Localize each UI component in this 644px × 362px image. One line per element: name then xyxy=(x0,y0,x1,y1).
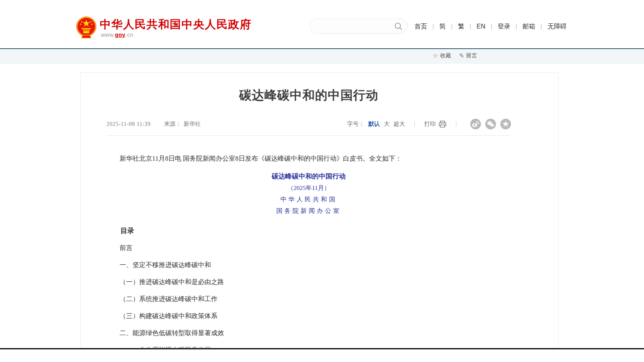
top-nav: 首页 简 繁 EN 登录 邮箱 无障碍 xyxy=(414,22,567,31)
article-meta-row: 2025-11-08 11:39 来源： 新华社 字号： 默认 大 超大 打印 xyxy=(106,119,511,129)
toc-item: （三）构建碳达峰碳中和政策体系 xyxy=(106,312,511,320)
site-url[interactable]: www.gov.cn xyxy=(101,32,133,38)
viewport-bottom-rule xyxy=(0,348,644,349)
fontsize-large-button[interactable]: 大 xyxy=(384,120,390,128)
meta-right: 字号： 默认 大 超大 打印 xyxy=(347,119,511,129)
document-date: （2025年11月） xyxy=(106,184,511,192)
article-card: 碳达峰碳中和的中国行动 2025-11-08 11:39 来源： 新华社 字号：… xyxy=(80,72,559,348)
print-button[interactable]: 打印 xyxy=(424,120,446,128)
nav-separator xyxy=(541,24,541,30)
favorite-label: 收藏 xyxy=(440,52,451,59)
print-label: 打印 xyxy=(424,120,436,128)
favorite-button[interactable]: ☆ 收藏 xyxy=(433,52,451,59)
weibo-icon[interactable] xyxy=(470,119,481,129)
lead-paragraph: 新华社北京11月8日电 国务院新闻办公室8日发布《碳达峰碳中和的中国行动》白皮书… xyxy=(106,154,511,163)
article-body: 新华社北京11月8日电 国务院新闻办公室8日发布《碳达峰碳中和的中国行动》白皮书… xyxy=(106,136,511,348)
national-emblem-icon xyxy=(75,16,97,40)
message-button[interactable]: ✎ 留言 xyxy=(459,52,477,59)
nav-home[interactable]: 首页 xyxy=(414,23,428,31)
search-box xyxy=(310,19,408,34)
search-icon[interactable] xyxy=(394,22,403,30)
nav-login[interactable]: 登录 xyxy=(497,23,511,31)
nav-simplified[interactable]: 简 xyxy=(439,23,446,31)
catalog-heading: 目录 xyxy=(106,226,511,235)
publish-date: 2025-11-08 11:39 xyxy=(106,121,150,127)
nav-traditional[interactable]: 繁 xyxy=(457,23,465,31)
document-title: 碳达峰碳中和的中国行动 xyxy=(106,172,511,180)
toc-item: （一）推进碳达峰碳中和是必由之路 xyxy=(106,278,511,286)
fontsize-default-button[interactable]: 默认 xyxy=(369,120,380,128)
qzone-star-icon[interactable] xyxy=(500,119,511,129)
nav-separator xyxy=(516,24,517,30)
message-label: 留言 xyxy=(466,52,477,59)
meta-separator xyxy=(456,121,456,127)
source-value[interactable]: 新华社 xyxy=(184,120,201,128)
wechat-icon[interactable] xyxy=(485,119,496,129)
search-input[interactable] xyxy=(317,21,390,32)
article-title: 碳达峰碳中和的中国行动 xyxy=(106,73,511,104)
meta-left: 2025-11-08 11:39 来源： 新华社 xyxy=(106,120,201,128)
source-label: 来源： xyxy=(164,120,181,128)
toc-item: 一、坚定不移推进碳达峰碳中和 xyxy=(106,261,511,269)
nav-separator xyxy=(470,24,471,30)
toc-item: （二）系统推进碳达峰碳中和工作 xyxy=(106,295,511,303)
nav-accessibility[interactable]: 无障碍 xyxy=(547,23,567,31)
document-author-line: 国务院新闻办公室 xyxy=(106,207,511,215)
document-author-line: 中华人民共和国 xyxy=(106,195,511,203)
nav-separator xyxy=(491,24,492,30)
star-outline-icon: ☆ xyxy=(433,52,438,59)
quick-bar: ☆ 收藏 ✎ 留言 xyxy=(0,49,644,64)
toc-item: 二、能源绿色低碳转型取得显著成效 xyxy=(106,329,511,337)
fontsize-label: 字号： xyxy=(347,120,365,128)
site-header: 中华人民共和国中央人民政府 www.gov.cn 首页 简 繁 EN 登录 邮箱… xyxy=(0,0,644,48)
site-logo[interactable]: 中华人民共和国中央人民政府 www.gov.cn xyxy=(75,15,297,40)
toc-item: 前言 xyxy=(106,244,511,252)
meta-separator xyxy=(414,121,415,127)
nav-english[interactable]: EN xyxy=(476,23,486,30)
nav-separator xyxy=(452,24,452,30)
printer-icon xyxy=(439,121,446,128)
site-title: 中华人民共和国中央人民政府 xyxy=(100,17,252,32)
nav-separator xyxy=(433,24,433,30)
nav-mail[interactable]: 邮箱 xyxy=(522,23,536,31)
fontsize-xlarge-button[interactable]: 超大 xyxy=(393,120,405,128)
pencil-icon: ✎ xyxy=(459,52,464,59)
